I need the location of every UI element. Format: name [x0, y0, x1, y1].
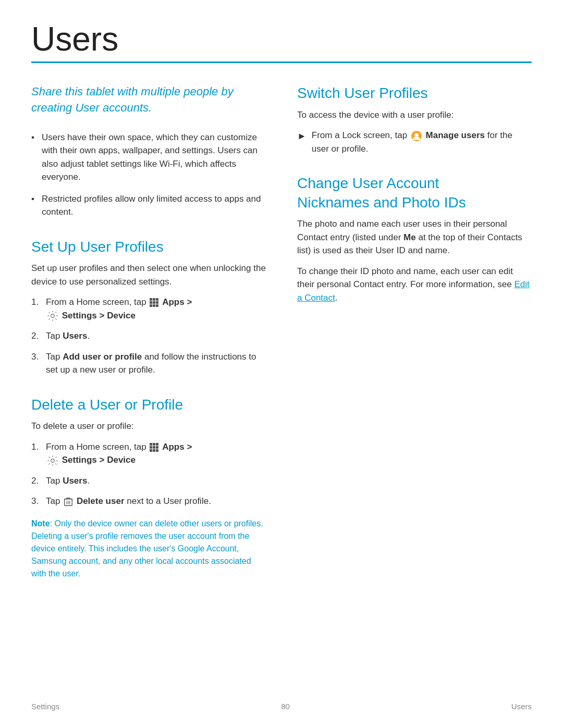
- settings-icon: [47, 310, 58, 322]
- change-section: Change User AccountNicknames and Photo I…: [297, 174, 532, 304]
- manage-users-icon: [411, 130, 422, 142]
- blue-rule: [31, 61, 532, 63]
- page: Users Share this tablet with multiple pe…: [0, 0, 563, 728]
- change-para1: The photo and name each user uses in the…: [297, 217, 532, 257]
- dstep1-apps-label: Apps >: [162, 442, 192, 452]
- step1-settings-label: Settings > Device: [62, 311, 136, 320]
- step2-tap: Tap: [46, 331, 63, 341]
- set-up-section: Set Up User Profiles Set up user profile…: [31, 238, 266, 377]
- change-heading: Change User AccountNicknames and Photo I…: [297, 174, 532, 212]
- delete-step-1: From a Home screen, tap Apps >: [31, 440, 266, 467]
- set-up-intro: Set up user profiles and then select one…: [31, 262, 266, 288]
- delete-section: Delete a User or Profile To delete a use…: [31, 396, 266, 580]
- dstep1-settings-label: Settings > Device: [62, 455, 136, 465]
- me-bold: Me: [403, 232, 416, 242]
- footer-right: Users: [511, 701, 532, 713]
- edit-contact-link[interactable]: Edit a Contact: [297, 279, 530, 303]
- switch-section: Switch User Profiles To access the devic…: [297, 84, 532, 155]
- delete-user-icon: [64, 497, 73, 507]
- svg-point-1: [51, 459, 54, 462]
- step3-tap: Tap: [46, 352, 63, 362]
- step1-text-before: From a Home screen, tap: [46, 297, 149, 307]
- set-up-step-2: Tap Users.: [31, 329, 266, 343]
- svg-point-0: [51, 314, 54, 317]
- set-up-step-1: From a Home screen, tap Apps >: [31, 295, 266, 322]
- switch-step-text: From a Lock screen, tap Manage users for…: [312, 129, 532, 155]
- step2-bold: Users: [63, 331, 87, 341]
- note-body: : Only the device owner can delete other…: [31, 519, 263, 578]
- delete-step-3: Tap Delete user: [31, 495, 266, 508]
- delete-intro: To delete a user or profile:: [31, 419, 266, 433]
- set-up-step-3: Tap Add user or profile and follow the i…: [31, 350, 266, 377]
- footer-left: Settings: [31, 701, 59, 713]
- right-column: Switch User Profiles To access the devic…: [297, 84, 532, 598]
- intro-text: Share this tablet with multiple people b…: [31, 84, 266, 116]
- delete-step-2: Tap Users.: [31, 474, 266, 488]
- footer-center: 80: [281, 701, 290, 713]
- svg-point-8: [414, 133, 418, 137]
- note-label: Note: [31, 519, 50, 528]
- switch-step: ► From a Lock screen, tap Manage users f…: [297, 129, 532, 155]
- delete-heading: Delete a User or Profile: [31, 396, 266, 414]
- manage-users-label: Manage users: [426, 130, 485, 140]
- footer: Settings 80 Users: [31, 701, 532, 713]
- page-title: Users: [31, 21, 532, 57]
- two-column-layout: Share this tablet with multiple people b…: [31, 84, 532, 598]
- left-column: Share this tablet with multiple people b…: [31, 84, 266, 598]
- dstep1-text-before: From a Home screen, tap: [46, 442, 149, 452]
- change-para2: To change their ID photo and name, each …: [297, 265, 532, 305]
- set-up-steps: From a Home screen, tap Apps >: [31, 295, 266, 377]
- step1-apps-label: Apps >: [162, 297, 192, 307]
- bullet-item-1: Users have their own space, which they c…: [31, 131, 266, 184]
- arrow-icon: ►: [297, 129, 307, 143]
- dstep3-text-after: next to a User profile.: [127, 496, 211, 506]
- bullet-item-2: Restricted profiles allow only limited a…: [31, 192, 266, 219]
- apps-icon-2: [150, 443, 158, 452]
- switch-intro: To access the device with a user profile…: [297, 108, 532, 122]
- settings-icon-2: [47, 455, 58, 466]
- delete-note: Note: Only the device owner can delete o…: [31, 517, 266, 580]
- step3-bold: Add user or profile: [63, 352, 142, 362]
- set-up-heading: Set Up User Profiles: [31, 238, 266, 256]
- delete-steps: From a Home screen, tap Apps >: [31, 440, 266, 508]
- dstep2-bold: Users: [63, 476, 87, 486]
- switch-heading: Switch User Profiles: [297, 84, 532, 103]
- dstep3-bold: Delete user: [77, 496, 125, 506]
- apps-icon: [150, 298, 158, 307]
- bullet-list: Users have their own space, which they c…: [31, 131, 266, 219]
